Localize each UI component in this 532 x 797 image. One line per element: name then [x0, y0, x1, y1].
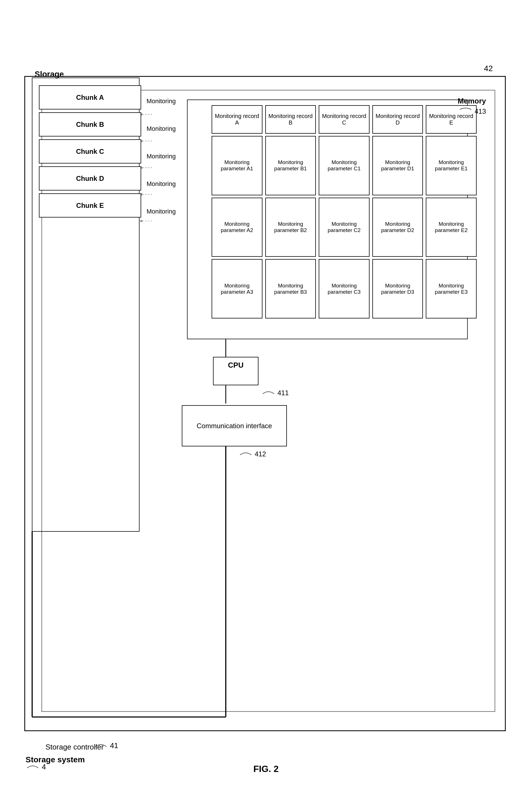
monitor-col-d: Monitoring record D Monitoring parameter…: [373, 105, 423, 319]
chunk-c-box: Chunk C: [39, 139, 141, 163]
monitor-param-e2: Monitoring parameter E2: [426, 198, 477, 257]
chunk-e-box: Chunk E: [39, 193, 141, 218]
monitor-param-a3: Monitoring parameter A3: [212, 259, 263, 319]
monitoring-label-b: Monitoring: [147, 115, 192, 142]
monitor-param-e3: Monitoring parameter E3: [426, 259, 477, 319]
monitoring-label-d: Monitoring: [147, 170, 192, 198]
monitor-param-b1: Monitoring parameter B1: [265, 136, 316, 195]
monitor-param-a2: Monitoring parameter A2: [212, 198, 263, 257]
monitoring-label-a: Monitoring: [147, 87, 192, 115]
ref-42-label: 42: [484, 64, 493, 73]
monitor-param-d1: Monitoring parameter D1: [373, 136, 423, 195]
ref-411-label: 411: [261, 388, 289, 397]
chunk-d-box: Chunk D: [39, 166, 141, 191]
monitor-col-c: Monitoring record C Monitoring parameter…: [319, 105, 369, 319]
ref-41-label: 41: [94, 741, 118, 750]
ref-412-label: 412: [239, 449, 266, 458]
monitor-col-e: Monitoring record E Monitoring parameter…: [426, 105, 477, 319]
monitor-param-c1: Monitoring parameter C1: [319, 136, 369, 195]
fig-label: FIG. 2: [253, 764, 279, 774]
monitor-record-c: Monitoring record C: [319, 105, 369, 134]
monitor-record-a: Monitoring record A: [212, 105, 263, 134]
monitor-param-d2: Monitoring parameter D2: [373, 198, 423, 257]
monitor-param-d3: Monitoring parameter D3: [373, 259, 423, 319]
monitor-col-b: Monitoring record B Monitoring parameter…: [265, 105, 316, 319]
cpu-box: CPU: [213, 357, 259, 385]
ref-413-label: 413: [458, 105, 486, 115]
storage-label: Slorage: [35, 70, 64, 79]
ref-4-label: 4: [25, 762, 46, 772]
memory-label: Memory: [458, 97, 486, 106]
comm-interface-box: Communication interface: [182, 405, 287, 447]
monitoring-label-e: Monitoring: [147, 198, 192, 225]
monitor-record-b: Monitoring record B: [265, 105, 316, 134]
monitor-col-a: Monitoring record A Monitoring parameter…: [212, 105, 263, 319]
chunk-b-box: Chunk B: [39, 112, 141, 137]
monitor-param-b2: Monitoring parameter B2: [265, 198, 316, 257]
monitoring-grid: Monitoring record A Monitoring parameter…: [207, 101, 481, 323]
monitor-param-c2: Monitoring parameter C2: [319, 198, 369, 257]
monitor-param-b3: Monitoring parameter B3: [265, 259, 316, 319]
monitor-record-d: Monitoring record D: [373, 105, 423, 134]
monitoring-label-c: Monitoring: [147, 142, 192, 170]
monitor-param-a1: Monitoring parameter A1: [212, 136, 263, 195]
monitor-param-e1: Monitoring parameter E1: [426, 136, 477, 195]
chunk-a-box: Chunk A: [39, 85, 141, 109]
monitor-param-c3: Monitoring parameter C3: [319, 259, 369, 319]
